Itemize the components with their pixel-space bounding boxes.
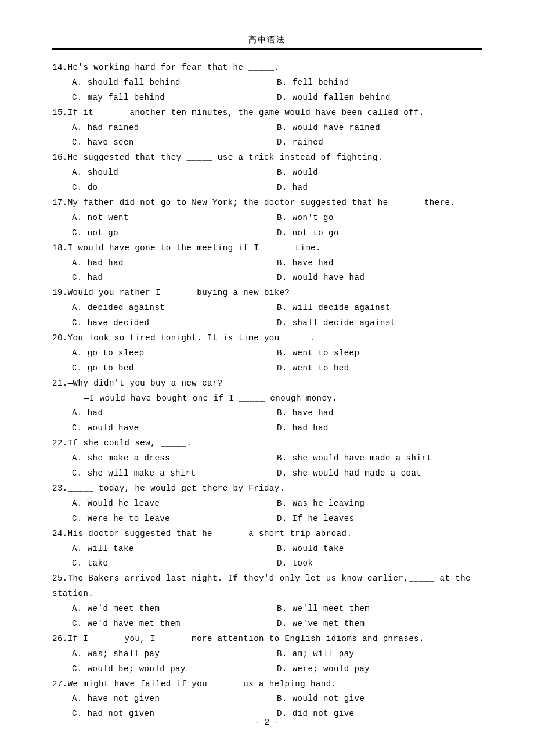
- option: C. had: [72, 271, 277, 286]
- option: A. should: [72, 165, 277, 181]
- header-rule-thin: [52, 49, 482, 50]
- option: A. was; shall pay: [72, 647, 277, 662]
- question-text: 26.If I _____ you, I _____ more attentio…: [52, 632, 482, 647]
- question-options: A. we'd meet themB. we'll meet themC. we…: [72, 602, 482, 632]
- option: B. will decide against: [277, 301, 482, 316]
- option: C. go to bed: [72, 361, 277, 376]
- option: B. would take: [277, 542, 482, 557]
- question-text: 20.You look so tired tonight. It is time…: [52, 331, 482, 346]
- question-text: 14.He's working hard for fear that he __…: [52, 60, 482, 75]
- question-options: A. she make a dressB. she would have mad…: [72, 451, 482, 481]
- option: B. would have rained: [277, 121, 482, 136]
- option: A. go to sleep: [72, 346, 277, 361]
- option: D. we've met them: [277, 617, 482, 632]
- page-footer: - 2 -: [0, 718, 534, 727]
- option: C. would have: [72, 421, 277, 436]
- question-text: 24.His doctor suggested that he _____ a …: [52, 527, 482, 542]
- option: D. would have had: [277, 271, 482, 286]
- question-options: A. hadB. have hadC. would haveD. had had: [72, 406, 482, 436]
- question-text: 27.We might have failed if you _____ us …: [52, 677, 482, 692]
- option: D. took: [277, 556, 482, 571]
- option: C. have decided: [72, 316, 277, 331]
- question-text: 18.I would have gone to the meeting if I…: [52, 241, 482, 256]
- question-options: A. not wentB. won't goC. not goD. not to…: [72, 211, 482, 241]
- option: D. would fallen behind: [277, 91, 482, 106]
- question-options: A. will takeB. would takeC. takeD. took: [72, 542, 482, 572]
- option: D. were; would pay: [277, 662, 482, 677]
- question-text: 22.If she could sew, _____.: [52, 436, 482, 451]
- option: A. Would he leave: [72, 496, 277, 512]
- question-text: 19.Would you rather I _____ buying a new…: [52, 286, 482, 301]
- option: A. had rained: [72, 121, 277, 136]
- question-options: A. had hadB. have hadC. hadD. would have…: [72, 256, 482, 286]
- document-page: 高中语法 14.He's working hard for fear that …: [0, 0, 534, 756]
- option: B. we'll meet them: [277, 602, 482, 617]
- option: D. had had: [277, 421, 482, 436]
- question-extra: station.: [52, 586, 482, 602]
- option: A. she make a dress: [72, 451, 277, 466]
- question-options: A. was; shall payB. am; will payC. would…: [72, 647, 482, 677]
- content-body: 14.He's working hard for fear that he __…: [52, 60, 482, 722]
- question-text: 25.The Bakers arrived last night. If the…: [52, 571, 482, 586]
- question-options: A. Would he leaveB. Was he leavingC. Wer…: [72, 496, 482, 527]
- option: C. not go: [72, 226, 277, 241]
- option: C. have seen: [72, 135, 277, 150]
- question-options: A. go to sleepB. went to sleepC. go to b…: [72, 346, 482, 376]
- question-text: 17.My father did not go to New York; the…: [52, 196, 482, 211]
- option: A. have not given: [72, 692, 277, 707]
- option: B. fell behind: [277, 75, 482, 91]
- option: B. have had: [277, 256, 482, 271]
- option: B. went to sleep: [277, 346, 482, 361]
- question-text: 15.If it _____ another ten minutes, the …: [52, 106, 482, 121]
- question-text: 16.He suggested that they _____ use a tr…: [52, 150, 482, 165]
- option: C. she will make a shirt: [72, 466, 277, 481]
- option: C. Were he to leave: [72, 512, 277, 527]
- option: A. should fall behind: [72, 75, 277, 91]
- question-text: 21.—Why didn't you buy a new car?: [52, 376, 482, 391]
- option: D. not to go: [277, 226, 482, 241]
- question-text: 23._____ today, he would get there by Fr…: [52, 481, 482, 496]
- option: D. rained: [277, 135, 482, 150]
- option: D. If he leaves: [277, 512, 482, 527]
- option: A. not went: [72, 211, 277, 226]
- option: D. went to bed: [277, 361, 482, 376]
- option: B. she would have made a shirt: [277, 451, 482, 466]
- page-header: 高中语法: [52, 35, 482, 46]
- question-options: A. had rainedB. would have rainedC. have…: [72, 121, 482, 151]
- option: C. take: [72, 556, 277, 571]
- option: B. Was he leaving: [277, 496, 482, 512]
- option: A. had had: [72, 256, 277, 271]
- header-rule-thick: [52, 48, 482, 49]
- option: C. do: [72, 181, 277, 196]
- option: B. would not give: [277, 692, 482, 707]
- option: A. had: [72, 406, 277, 421]
- option: B. have had: [277, 406, 482, 421]
- option: D. she would had made a coat: [277, 466, 482, 481]
- option: D. shall decide against: [277, 316, 482, 331]
- option: B. won't go: [277, 211, 482, 226]
- option: A. we'd meet them: [72, 602, 277, 617]
- option: D. had: [277, 181, 482, 196]
- option: C. may fall behind: [72, 91, 277, 106]
- question-options: A. should fall behindB. fell behindC. ma…: [72, 75, 482, 106]
- question-extra: —I would have bought one if I _____ enou…: [84, 391, 482, 406]
- option: A. decided against: [72, 301, 277, 316]
- question-options: A. decided againstB. will decide against…: [72, 301, 482, 331]
- question-options: A. shouldB. wouldC. doD. had: [72, 165, 482, 196]
- option: A. will take: [72, 542, 277, 557]
- option: B. would: [277, 165, 482, 181]
- option: B. am; will pay: [277, 647, 482, 662]
- option: C. would be; would pay: [72, 662, 277, 677]
- option: C. we'd have met them: [72, 617, 277, 632]
